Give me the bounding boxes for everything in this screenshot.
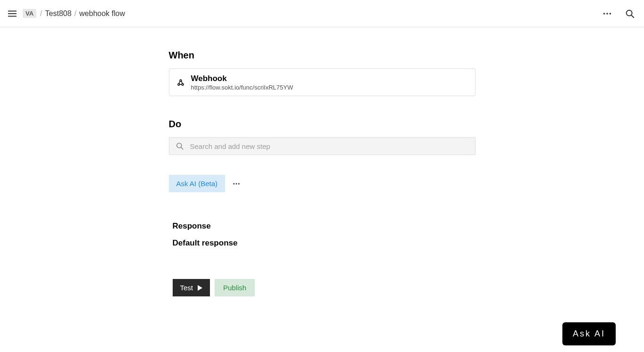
breadcrumb-project[interactable]: Test808 xyxy=(45,9,72,18)
header-right xyxy=(599,5,638,22)
response-section: Response Default response xyxy=(169,221,476,248)
main-content: When Webhook https://flow.sokt.io/func/s… xyxy=(169,27,476,296)
hamburger-icon xyxy=(7,8,17,19)
more-actions-button[interactable] xyxy=(599,5,616,22)
play-icon xyxy=(198,285,202,291)
breadcrumb-separator: / xyxy=(40,9,42,18)
test-button[interactable]: Test xyxy=(173,279,210,296)
ai-row: Ask AI (Beta) xyxy=(169,175,476,192)
search-icon xyxy=(175,141,184,151)
more-horizontal-icon xyxy=(232,180,241,188)
publish-button[interactable]: Publish xyxy=(215,279,255,296)
breadcrumb-separator: / xyxy=(75,9,76,18)
webhook-icon xyxy=(176,78,185,87)
search-icon xyxy=(625,8,635,19)
do-heading: Do xyxy=(169,119,476,130)
breadcrumb: / Test808 / webhook flow xyxy=(40,9,125,18)
trigger-card-body: Webhook https://flow.sokt.io/func/scriIx… xyxy=(191,74,293,91)
svg-point-11 xyxy=(236,183,237,184)
more-horizontal-icon xyxy=(602,8,612,19)
trigger-card[interactable]: Webhook https://flow.sokt.io/func/scriIx… xyxy=(169,68,476,96)
svg-line-4 xyxy=(631,15,634,17)
search-button[interactable] xyxy=(621,5,638,22)
response-value[interactable]: Default response xyxy=(173,238,476,248)
do-section: Do xyxy=(169,119,476,155)
app-header: VA / Test808 / webhook flow xyxy=(0,0,644,27)
step-search-input[interactable] xyxy=(190,142,469,150)
ask-ai-beta-button[interactable]: Ask AI (Beta) xyxy=(169,175,226,192)
ai-more-button[interactable] xyxy=(230,177,243,190)
when-section: When Webhook https://flow.sokt.io/func/s… xyxy=(169,50,476,96)
svg-point-1 xyxy=(606,13,608,15)
trigger-url: https://flow.sokt.io/func/scriIxRL75YW xyxy=(191,84,293,91)
workspace-badge[interactable]: VA xyxy=(23,9,36,18)
response-heading: Response xyxy=(173,221,476,231)
svg-point-2 xyxy=(610,13,611,15)
when-heading: When xyxy=(169,50,476,61)
svg-point-6 xyxy=(182,83,184,85)
action-row: Test Publish xyxy=(169,279,476,296)
svg-point-10 xyxy=(233,183,234,184)
test-button-label: Test xyxy=(180,284,193,292)
breadcrumb-flow[interactable]: webhook flow xyxy=(79,9,125,18)
header-left: VA / Test808 / webhook flow xyxy=(6,7,125,20)
svg-point-5 xyxy=(178,83,180,85)
step-search-box[interactable] xyxy=(169,137,476,155)
svg-line-9 xyxy=(181,147,183,149)
svg-point-0 xyxy=(603,13,605,15)
svg-point-12 xyxy=(238,183,240,184)
menu-button[interactable] xyxy=(6,7,19,20)
trigger-title: Webhook xyxy=(191,74,293,84)
